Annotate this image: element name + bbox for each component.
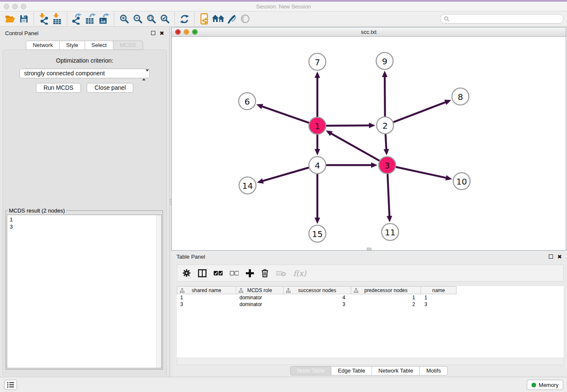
export-image-button[interactable] (97, 13, 111, 25)
zoom-in-icon (119, 14, 129, 24)
zoom-in-button[interactable] (117, 13, 131, 25)
import-table-icon (52, 13, 63, 25)
column-header-shared-name[interactable]: shared name (177, 286, 236, 294)
edge-arrowhead (382, 71, 388, 77)
edge-4-14[interactable] (262, 167, 310, 181)
node-label: 9 (382, 56, 388, 66)
zoom-selected-button[interactable] (158, 13, 171, 25)
tab-network[interactable]: Network (26, 41, 60, 50)
memory-button[interactable]: Memory (527, 380, 563, 390)
node-label: 7 (315, 57, 320, 67)
edge-2-3[interactable] (385, 133, 386, 150)
export-network-icon (72, 13, 83, 25)
tab-motifs[interactable]: Motifs (419, 366, 448, 375)
optimization-criterion-select[interactable]: strongly connected component (19, 69, 150, 78)
float-panel-icon[interactable] (151, 31, 155, 35)
delete-column-button[interactable] (261, 269, 269, 277)
select-all-columns-button[interactable] (214, 271, 223, 276)
table-cell[interactable]: dominator (236, 294, 284, 301)
tab-select[interactable]: Select (85, 41, 113, 50)
table-row[interactable]: 1dominator411 (177, 294, 564, 301)
table-cell[interactable]: dominator (236, 301, 284, 308)
houses-icon (211, 14, 225, 24)
table-settings-button[interactable] (182, 269, 191, 277)
edge-2-9[interactable] (385, 76, 385, 118)
tab-edge-table[interactable]: Edge Table (331, 366, 372, 375)
search-field[interactable] (440, 14, 564, 24)
close-panel-button[interactable]: Close panel (87, 83, 133, 93)
tab-network-table[interactable]: Network Table (372, 366, 420, 375)
edge-3-1[interactable] (330, 133, 380, 161)
import-network-button[interactable] (37, 13, 50, 25)
node-table-body[interactable]: 1dominator4113dominator323 (177, 294, 564, 308)
node-label: 14 (242, 181, 253, 191)
export-table-icon (85, 13, 96, 25)
new-network-document-icon (199, 13, 209, 25)
network-canvas[interactable]: 7968124314101511 (172, 37, 566, 250)
table-cell[interactable]: 4 (284, 294, 351, 301)
apply-style-button[interactable] (225, 13, 238, 25)
tab-style[interactable]: Style (59, 41, 85, 50)
network-splitter-grip[interactable] (367, 248, 372, 250)
unselect-all-columns-button[interactable] (230, 271, 239, 276)
toggle-columns-button[interactable] (198, 269, 206, 277)
main-titlebar: Session: New Session (0, 2, 567, 11)
edge-3-11[interactable] (388, 173, 390, 217)
table-hscrollbar[interactable] (177, 358, 564, 365)
zoom-out-button[interactable] (131, 13, 144, 25)
table-cell[interactable]: 1 (351, 294, 421, 301)
table-cell[interactable]: 3 (284, 301, 351, 308)
task-history-button[interactable] (4, 380, 17, 390)
edge-1-6[interactable] (261, 106, 310, 123)
column-header-predecessor-nodes[interactable]: predecessor nodes (351, 286, 421, 294)
show-graphics-details-button[interactable] (238, 13, 252, 25)
table-cell[interactable]: 2 (351, 301, 421, 308)
export-table-button[interactable] (84, 13, 97, 25)
table-cell[interactable]: 3 (421, 301, 457, 308)
edge-arrowhead (315, 218, 320, 224)
node-table[interactable]: shared nameMCDS rolesuccessor nodesprede… (177, 286, 564, 358)
apply-layout-button[interactable] (178, 13, 191, 25)
select-stepper-icon (142, 71, 146, 77)
tab-mcds[interactable]: MCDS (113, 41, 143, 50)
run-mcds-button[interactable]: Run MCDS (36, 83, 81, 93)
status-bar: Memory (0, 377, 567, 392)
zoom-fit-button[interactable] (144, 13, 158, 25)
table-cell[interactable]: 1 (177, 294, 236, 301)
import-table-button[interactable] (50, 13, 64, 25)
table-row[interactable]: 3dominator323 (177, 301, 564, 308)
mcds-result-legend: MCDS result (2 nodes) (8, 207, 66, 214)
table-cell[interactable]: 1 (421, 294, 457, 301)
tab-node-table[interactable]: Node Table (290, 366, 332, 375)
first-neighbors-button[interactable] (211, 13, 225, 25)
export-network-button[interactable] (70, 13, 84, 25)
edge-3-10[interactable] (395, 167, 447, 178)
network-view-window: ✕ − + scc.txt 7968124314101511 (171, 27, 566, 251)
open-session-button[interactable] (3, 13, 17, 25)
memory-status-icon (531, 383, 536, 387)
zoom-out-icon (133, 14, 143, 24)
selected-option: strongly connected component (24, 70, 105, 77)
result-scrollbar[interactable] (156, 215, 161, 368)
delete-table-button[interactable] (276, 270, 286, 276)
network-graph[interactable]: 7968124314101511 (172, 37, 566, 250)
column-header-successor-nodes[interactable]: successor nodes (284, 286, 351, 294)
node-table-header[interactable]: shared nameMCDS rolesuccessor nodesprede… (177, 286, 564, 294)
new-network-from-selection-button[interactable] (198, 13, 211, 25)
close-table-panel-icon[interactable]: ✖ (557, 254, 562, 260)
float-table-panel-icon[interactable] (549, 254, 553, 259)
add-column-button[interactable] (246, 269, 254, 277)
mcds-result-box[interactable]: 1 3 (7, 215, 162, 368)
save-session-button[interactable] (17, 13, 30, 25)
search-input[interactable] (451, 16, 560, 22)
edge-2-8[interactable] (392, 102, 446, 123)
network-window-titlebar[interactable]: ✕ − + scc.txt (172, 28, 566, 37)
edge-1-2[interactable] (325, 125, 370, 126)
function-builder-button[interactable]: f(x) (293, 269, 306, 278)
column-header-MCDS-role[interactable]: MCDS role (236, 286, 284, 294)
table-cell[interactable]: 3 (177, 301, 236, 308)
edge-arrowhead (256, 104, 263, 109)
column-header-name[interactable]: name (421, 286, 457, 294)
toolbar-separator (33, 13, 34, 25)
close-panel-icon[interactable]: ✖ (160, 30, 164, 36)
